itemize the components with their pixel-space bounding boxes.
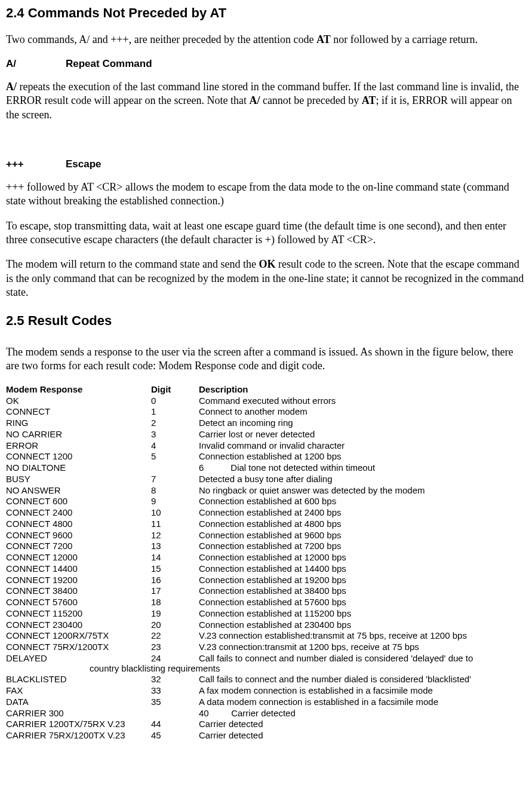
table-row: BUSY7Detected a busy tone after dialing — [6, 474, 478, 485]
aslash-paragraph: A/ repeats the execution of the last com… — [6, 80, 526, 122]
result-codes-table-2: BLACKLISTED32Call fails to connect and t… — [6, 674, 476, 741]
cell-response: CONNECT 7200 — [6, 541, 151, 552]
cell-digit: 11 — [151, 519, 199, 530]
aslash-bold-3: AT — [362, 94, 376, 106]
table-row: CONNECT 11520019Connection established a… — [6, 608, 478, 620]
escape-cmd: +++ — [6, 158, 66, 171]
table-row: CONNECT 23040020Connection established a… — [6, 620, 478, 631]
cell-digit: 14 — [151, 552, 199, 563]
table-row: NO ANSWER8No ringback or quiet answer wa… — [6, 485, 478, 496]
cell-digit: 17 — [151, 586, 199, 597]
cell-digit: 1 — [151, 406, 199, 418]
cell-response: NO DIALTONE — [6, 462, 151, 474]
table-row: FAX33A fax modem connection is establish… — [6, 685, 476, 697]
cell-description: A fax modem connection is established in… — [199, 685, 476, 697]
aslash-bold-1: A/ — [6, 81, 17, 93]
cell-description: 40 Carrier detected — [199, 708, 476, 719]
cell-description: Connection established at 2400 bps — [199, 507, 478, 519]
cell-description: Connection established at 230400 bps — [199, 620, 478, 631]
cell-digit: 23 — [151, 642, 199, 653]
cell-response: CONNECT 230400 — [6, 620, 151, 631]
cell-digit: 44 — [151, 719, 199, 730]
cell-digit: 12 — [151, 530, 199, 541]
cell-response: FAX — [6, 685, 151, 697]
cell-digit: 18 — [151, 597, 199, 608]
cell-response: CONNECT 600 — [6, 496, 151, 507]
aslash-heading: A/Repeat Command — [6, 57, 526, 70]
cell-description: Carrier lost or never detected — [199, 429, 478, 440]
cell-description: Connection established at 57600 bps — [199, 597, 478, 608]
intro-bold-at: AT — [316, 33, 331, 45]
cell-description: Invalid command or invalid character — [199, 440, 478, 452]
section-2-5-intro: The modem sends a response to the user v… — [6, 345, 526, 373]
table-row: CONNECT 720013Connection established at … — [6, 541, 478, 552]
cell-response: CONNECT 2400 — [6, 507, 151, 519]
delayed-wrap-line: country blacklisting requirements — [6, 663, 526, 675]
table-row: CONNECT 1920016Connection established at… — [6, 575, 478, 586]
cell-response: CONNECT 1200RX/75TX — [6, 630, 151, 642]
cell-description: A data modem connection is established i… — [199, 697, 476, 708]
cell-description: No ringback or quiet answer was detected… — [199, 485, 478, 496]
cell-description: Connection established at 7200 bps — [199, 541, 478, 552]
escape-p3-a: The modem will return to the command sta… — [6, 258, 259, 270]
cell-digit: 0 — [151, 396, 199, 407]
cell-response: NO ANSWER — [6, 485, 151, 496]
cell-response: DATA — [6, 697, 151, 708]
cell-description: Detect an incoming ring — [199, 418, 478, 429]
escape-p1: +++ followed by AT <CR> allows the modem… — [6, 180, 526, 209]
cell-description: Connection established at 1200 bps — [199, 451, 478, 462]
cell-description: Connection established at 9600 bps — [199, 530, 478, 541]
cell-response: CONNECT 14400 — [6, 563, 151, 575]
cell-description: Carrier detected — [199, 719, 476, 730]
cell-description: Call fails to connect and number dialed … — [199, 653, 478, 664]
table-row: CONNECT 5760018Connection established at… — [6, 597, 478, 608]
cell-digit: 13 — [151, 541, 199, 552]
aslash-bold-2: A/ — [249, 94, 260, 106]
cell-description: Connect to another modem — [199, 406, 478, 418]
cell-digit: 7 — [151, 474, 199, 485]
cell-response: ERROR — [6, 440, 151, 452]
cell-response: CARRIER 300 — [6, 708, 151, 719]
cell-digit: 10 — [151, 507, 199, 519]
cell-description: Connection established at 14400 bps — [199, 563, 478, 575]
table-row: CARRIER 75RX/1200TX V.2345Carrier detect… — [6, 730, 476, 741]
table-row: OK0Command executed without errors — [6, 396, 478, 407]
cell-digit: 9 — [151, 496, 199, 507]
cell-digit: 20 — [151, 620, 199, 631]
cell-response: BLACKLISTED — [6, 674, 151, 685]
table-row: RING2Detect an incoming ring — [6, 418, 478, 429]
table-row: CONNECT 3840017Connection established at… — [6, 586, 478, 597]
cell-description: Connection established at 12000 bps — [199, 552, 478, 563]
cell-description: Detected a busy tone after dialing — [199, 474, 478, 485]
table-row: CONNECT 12005Connection established at 1… — [6, 451, 478, 462]
cell-response: CONNECT — [6, 406, 151, 418]
cell-response: CONNECT 75RX/1200TX — [6, 642, 151, 653]
table-row: CONNECT 240010Connection established at … — [6, 507, 478, 519]
cell-digit: 32 — [151, 674, 199, 685]
aslash-cmd: A/ — [6, 57, 66, 70]
cell-response: CONNECT 115200 — [6, 608, 151, 620]
cell-digit: 19 — [151, 608, 199, 620]
table-row: CONNECT1Connect to another modem — [6, 406, 478, 418]
cell-description: Call fails to connect and the number dia… — [199, 674, 476, 685]
table-row: CONNECT 1440015Connection established at… — [6, 563, 478, 575]
section-2-5-title: 2.5 Result Codes — [6, 312, 526, 330]
cell-digit: 5 — [151, 451, 199, 462]
cell-description: Connection established at 600 bps — [199, 496, 478, 507]
section-2-4-intro: Two commands, A/ and +++, are neither pr… — [6, 33, 526, 47]
cell-digit: 35 — [151, 697, 199, 708]
cell-description: 6 Dial tone not detected within timeout — [199, 462, 478, 474]
cell-description: Connection established at 19200 bps — [199, 575, 478, 586]
aslash-text-2: cannot be preceded by — [260, 94, 361, 106]
cell-response: BUSY — [6, 474, 151, 485]
cell-response: CARRIER 1200TX/75RX V.23 — [6, 719, 151, 730]
result-codes-table: Modem Response Digit Description OK0Comm… — [6, 384, 478, 664]
cell-response: CONNECT 57600 — [6, 597, 151, 608]
table-row: CONNECT 480011Connection established at … — [6, 519, 478, 530]
table-row: CONNECT 75RX/1200TX23V.23 connection:tra… — [6, 642, 478, 653]
cell-digit — [151, 462, 199, 474]
cell-digit: 16 — [151, 575, 199, 586]
cell-description: Command executed without errors — [199, 396, 478, 407]
aslash-label: Repeat Command — [66, 58, 152, 69]
escape-heading: +++Escape — [6, 158, 526, 171]
